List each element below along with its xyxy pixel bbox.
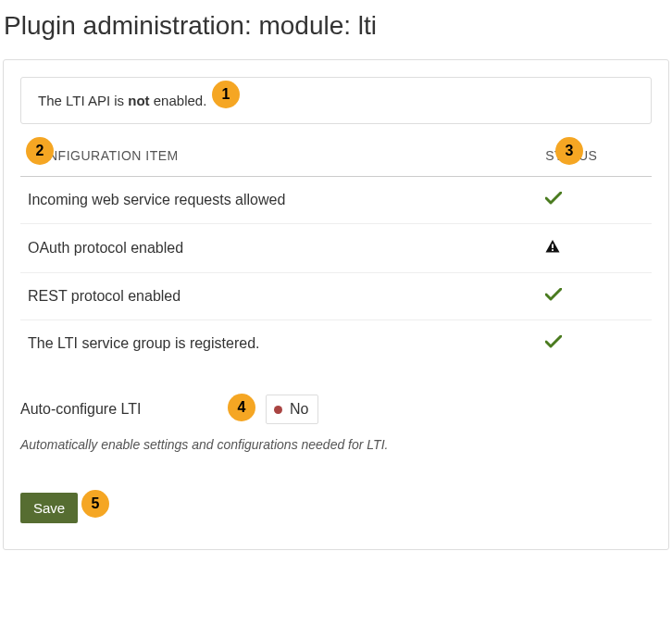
col-header-item: CONFIGURATION ITEM [20,139,538,177]
table-row: The LTI service group is registered. [20,320,652,368]
config-item-label: Incoming web service requests allowed [20,177,538,224]
autoconfig-help: Automatically enable settings and config… [20,437,652,452]
alert-suffix: enabled. [150,93,207,108]
svg-rect-1 [552,249,554,251]
content-panel: The LTI API is not enabled. 1 2 3 CONFIG… [3,59,669,550]
config-item-status [538,177,652,224]
badge-2: 2 [26,137,54,165]
switch-value: No [290,401,308,418]
api-status-alert: The LTI API is not enabled. 1 [20,77,652,124]
badge-4: 4 [228,394,255,421]
config-item-label: The LTI service group is registered. [20,320,538,368]
check-icon [545,192,562,205]
autoconfig-switch[interactable]: No [266,395,318,424]
badge-1: 1 [212,81,240,108]
page-title: Plugin administration: module: lti [0,0,672,59]
badge-3: 3 [555,137,583,165]
alert-prefix: The LTI API is [38,93,128,108]
switch-dot-icon [274,406,282,414]
table-row: Incoming web service requests allowed [20,177,652,224]
check-icon [545,335,562,348]
warning-icon [545,239,560,254]
save-button[interactable]: Save [20,493,78,523]
config-item-label: OAuth protocol enabled [20,224,538,273]
table-row: REST protocol enabled [20,273,652,320]
config-item-label: REST protocol enabled [20,273,538,320]
table-row: OAuth protocol enabled [20,224,652,273]
badge-5: 5 [81,490,109,518]
check-icon [545,288,562,301]
config-item-status [538,273,652,320]
col-header-status: STATUS [538,139,652,177]
svg-rect-0 [552,244,554,249]
autoconfig-row: Auto-configure LTI 4 No [20,395,652,424]
alert-bold: not [128,93,149,108]
config-table: CONFIGURATION ITEM STATUS Incoming web s… [20,139,652,367]
config-item-status [538,224,652,273]
config-item-status [538,320,652,368]
